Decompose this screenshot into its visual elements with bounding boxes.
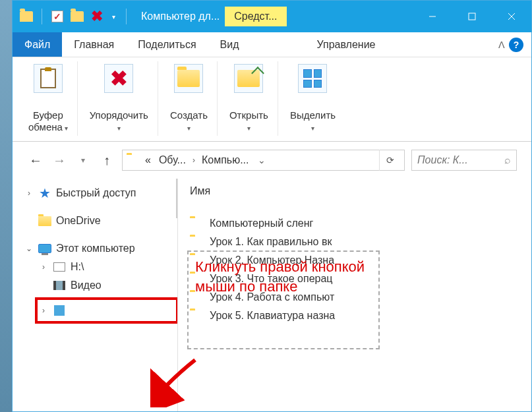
- contextual-tab-label[interactable]: Средст...: [225, 7, 286, 26]
- tree-label: Этот компьютер: [56, 243, 135, 254]
- star-icon: ★: [38, 187, 52, 200]
- minimize-button[interactable]: [413, 1, 452, 32]
- nav-row: ← → ▾ ↑ « Обу... › Компью... ⌄ ⟳ ⌕: [13, 142, 531, 179]
- folder-icon: [190, 255, 203, 266]
- chevron-down-icon[interactable]: ⌄: [24, 244, 34, 253]
- ribbon-tabs: Файл Главная Поделиться Вид Управление ᐱ…: [13, 32, 531, 57]
- qat-delete-icon[interactable]: ✖: [90, 9, 104, 24]
- recent-dropdown[interactable]: ▾: [74, 152, 92, 169]
- tree-label: OneDrive: [56, 215, 101, 227]
- ribbon-group-new[interactable]: Создать▾: [161, 61, 218, 136]
- qat-new-folder-icon[interactable]: [70, 9, 84, 24]
- tree-onedrive[interactable]: OneDrive: [22, 212, 177, 230]
- file-name: Урок 2. Компьютер.Назна: [210, 254, 334, 266]
- tab-home[interactable]: Главная: [62, 32, 126, 57]
- file-list-pane[interactable]: Имя Компьютерный сленг Урок 1. Как прави…: [178, 179, 531, 411]
- window-controls: [413, 1, 531, 32]
- close-button[interactable]: [492, 1, 531, 32]
- desktop-background: [0, 0, 12, 412]
- address-dropdown[interactable]: ⌄: [254, 155, 270, 165]
- tab-file[interactable]: Файл: [13, 32, 62, 57]
- search-input[interactable]: [417, 154, 504, 166]
- folder-icon: [190, 237, 203, 247]
- tree-this-pc[interactable]: ⌄ Этот компьютер: [22, 239, 177, 258]
- svg-rect-1: [469, 13, 475, 20]
- list-item[interactable]: Компьютерный сленг: [178, 214, 531, 233]
- refresh-button[interactable]: ⟳: [379, 150, 400, 171]
- ribbon-group-select[interactable]: Выделить▾: [281, 61, 345, 136]
- file-name: Урок 5. Клавиатура назна: [210, 310, 335, 322]
- content-area: › ★ Быстрый доступ OneDrive ⌄ Этот компь…: [13, 179, 531, 411]
- ribbon-group-clipboard[interactable]: Буфер обмена ▾: [19, 61, 78, 136]
- separator: [42, 9, 42, 24]
- tree-label: Быстрый доступ: [56, 187, 136, 199]
- pc-icon: [38, 242, 52, 255]
- tree-quick-access[interactable]: › ★ Быстрый доступ: [22, 184, 177, 202]
- file-name: Урок 3. Что такое операц: [210, 273, 333, 285]
- address-bar[interactable]: « Обу... › Компью... ⌄ ⟳: [122, 150, 405, 171]
- tree-label: Видео: [71, 280, 102, 291]
- clipboard-icon: [34, 64, 63, 93]
- chevron-right-icon[interactable]: ›: [39, 306, 48, 315]
- list-item[interactable]: Урок 5. Клавиатура назна: [178, 307, 531, 325]
- ribbon-collapse-area: ᐱ ?: [498, 32, 531, 57]
- window-title: Компьютер дл...: [136, 11, 225, 22]
- up-button[interactable]: ↑: [98, 152, 115, 169]
- folder-icon: [127, 155, 140, 165]
- breadcrumb-segment[interactable]: Обу...: [156, 154, 189, 166]
- drive-icon: [52, 260, 67, 274]
- tree-label: H:\: [71, 261, 84, 273]
- folder-icon: [190, 310, 203, 321]
- onedrive-icon: [38, 214, 52, 227]
- ribbon: Буфер обмена ▾ ✖ Упорядочить▾ Создать▾ О…: [13, 57, 531, 142]
- new-folder-icon: [174, 64, 203, 93]
- tree-drive-h[interactable]: › H:\: [36, 258, 177, 276]
- breadcrumb-segment[interactable]: Компью...: [199, 154, 252, 166]
- file-explorer-window: ✓ ✖ ▾ Компьютер дл... Средст... Файл Гла…: [12, 0, 532, 412]
- column-header-name[interactable]: Имя: [178, 183, 531, 204]
- ribbon-group-open[interactable]: Открыть▾: [220, 61, 278, 136]
- qat-properties-icon[interactable]: ✓: [50, 9, 65, 24]
- chevron-right-icon[interactable]: ›: [24, 189, 34, 198]
- breadcrumb-prefix: «: [142, 154, 154, 166]
- search-icon[interactable]: ⌕: [504, 154, 511, 166]
- help-icon[interactable]: ?: [509, 38, 523, 52]
- tab-manage[interactable]: Управление: [305, 32, 388, 57]
- tab-view[interactable]: Вид: [208, 32, 251, 57]
- navigation-tree[interactable]: › ★ Быстрый доступ OneDrive ⌄ Этот компь…: [13, 179, 177, 411]
- collapse-ribbon-icon[interactable]: ᐱ: [498, 40, 505, 50]
- maximize-button[interactable]: [452, 1, 492, 32]
- quick-access-toolbar: ✓ ✖ ▾: [13, 9, 136, 24]
- app-icon: [19, 9, 34, 24]
- file-name: Компьютерный сленг: [210, 218, 313, 229]
- list-item[interactable]: Урок 4. Работа с компьют: [178, 288, 531, 307]
- chevron-right-icon[interactable]: ›: [39, 262, 48, 272]
- folder-icon: [190, 274, 203, 284]
- back-button[interactable]: ←: [27, 152, 44, 169]
- list-item[interactable]: Урок 2. Компьютер.Назна: [178, 251, 531, 270]
- video-icon: [52, 279, 67, 292]
- open-icon: [234, 64, 263, 93]
- ribbon-label: Буфер обмена ▾: [28, 109, 68, 133]
- delete-icon: ✖: [104, 64, 133, 93]
- chevron-right-icon[interactable]: ›: [191, 156, 196, 165]
- titlebar: ✓ ✖ ▾ Компьютер дл... Средст...: [13, 1, 531, 32]
- separator: [126, 9, 127, 24]
- ribbon-label: Создать▾: [170, 109, 208, 133]
- qat-customize-dropdown[interactable]: ▾: [109, 13, 118, 20]
- scrollbar[interactable]: [176, 179, 177, 218]
- ribbon-group-organize[interactable]: ✖ Упорядочить▾: [80, 61, 158, 136]
- search-box[interactable]: ⌕: [411, 150, 517, 171]
- forward-button[interactable]: →: [51, 152, 68, 169]
- tree-downloads[interactable]: › Загрузки: [36, 299, 177, 322]
- file-name: Урок 4. Работа с компьют: [210, 291, 334, 303]
- select-icon: [298, 64, 327, 93]
- ribbon-label: Открыть▾: [229, 109, 268, 133]
- tree-videos[interactable]: Видео: [36, 276, 177, 295]
- file-name: Урок 1. Как правильно вк: [210, 236, 332, 248]
- list-item[interactable]: Урок 1. Как правильно вк: [178, 233, 531, 251]
- list-item[interactable]: Урок 3. Что такое операц: [178, 270, 531, 288]
- ribbon-label: Упорядочить▾: [90, 109, 148, 133]
- downloads-icon: [52, 304, 67, 317]
- tab-share[interactable]: Поделиться: [126, 32, 208, 57]
